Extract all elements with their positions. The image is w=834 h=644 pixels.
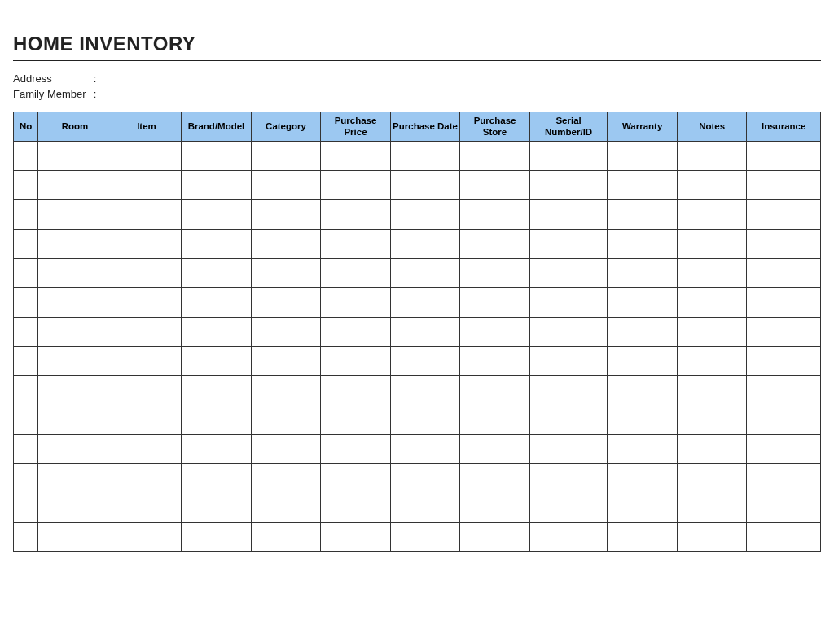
- cell-warranty: [608, 200, 678, 230]
- cell-insurance: [747, 435, 821, 464]
- title-rule: [13, 60, 821, 61]
- cell-price: [321, 493, 391, 523]
- cell-category: [251, 171, 321, 200]
- cell-notes: [677, 142, 747, 171]
- cell-category: [251, 230, 321, 259]
- cell-brand: [182, 142, 252, 171]
- page-title: HOME INVENTORY: [13, 33, 821, 55]
- cell-room: [38, 200, 112, 230]
- cell-no: [14, 405, 38, 435]
- cell-insurance: [747, 464, 821, 493]
- cell-store: [460, 347, 530, 376]
- cell-date: [390, 171, 460, 200]
- cell-insurance: [747, 230, 821, 259]
- cell-price: [321, 347, 391, 376]
- cell-store: [460, 318, 530, 347]
- cell-price: [321, 435, 391, 464]
- cell-notes: [677, 171, 747, 200]
- meta-address: Address :: [13, 72, 821, 85]
- cell-serial: [529, 376, 608, 405]
- table-row: [14, 288, 821, 318]
- cell-category: [251, 376, 321, 405]
- cell-date: [390, 464, 460, 493]
- cell-store: [460, 230, 530, 259]
- cell-serial: [529, 435, 608, 464]
- header-no: No: [14, 112, 38, 142]
- cell-notes: [677, 230, 747, 259]
- cell-warranty: [608, 405, 678, 435]
- cell-no: [14, 523, 38, 552]
- cell-insurance: [747, 493, 821, 523]
- cell-room: [38, 493, 112, 523]
- cell-insurance: [747, 200, 821, 230]
- cell-room: [38, 171, 112, 200]
- cell-category: [251, 318, 321, 347]
- cell-notes: [677, 347, 747, 376]
- cell-room: [38, 288, 112, 318]
- address-colon: :: [94, 72, 97, 85]
- cell-category: [251, 259, 321, 288]
- header-price: Purchase Price: [321, 112, 391, 142]
- cell-price: [321, 259, 391, 288]
- table-row: [14, 405, 821, 435]
- cell-store: [460, 493, 530, 523]
- table-row: [14, 259, 821, 288]
- cell-category: [251, 288, 321, 318]
- cell-item: [112, 405, 182, 435]
- cell-warranty: [608, 376, 678, 405]
- table-row: [14, 230, 821, 259]
- meta-block: Address : Family Member :: [13, 72, 821, 100]
- cell-notes: [677, 376, 747, 405]
- cell-notes: [677, 200, 747, 230]
- cell-item: [112, 347, 182, 376]
- cell-serial: [529, 493, 608, 523]
- cell-room: [38, 230, 112, 259]
- cell-date: [390, 259, 460, 288]
- cell-item: [112, 464, 182, 493]
- cell-room: [38, 318, 112, 347]
- cell-serial: [529, 259, 608, 288]
- cell-warranty: [608, 493, 678, 523]
- cell-no: [14, 171, 38, 200]
- cell-brand: [182, 171, 252, 200]
- cell-category: [251, 523, 321, 552]
- cell-item: [112, 142, 182, 171]
- cell-notes: [677, 405, 747, 435]
- cell-item: [112, 288, 182, 318]
- cell-insurance: [747, 523, 821, 552]
- cell-insurance: [747, 347, 821, 376]
- cell-room: [38, 259, 112, 288]
- cell-notes: [677, 464, 747, 493]
- table-row: [14, 464, 821, 493]
- cell-brand: [182, 376, 252, 405]
- table-header-row: No Room Item Brand/Model Category Purcha…: [14, 112, 821, 142]
- cell-no: [14, 435, 38, 464]
- cell-brand: [182, 435, 252, 464]
- cell-warranty: [608, 171, 678, 200]
- cell-notes: [677, 259, 747, 288]
- cell-date: [390, 493, 460, 523]
- cell-date: [390, 376, 460, 405]
- cell-brand: [182, 230, 252, 259]
- cell-no: [14, 464, 38, 493]
- cell-date: [390, 142, 460, 171]
- cell-brand: [182, 347, 252, 376]
- cell-warranty: [608, 230, 678, 259]
- cell-store: [460, 142, 530, 171]
- table-row: [14, 493, 821, 523]
- cell-room: [38, 347, 112, 376]
- header-brand: Brand/Model: [182, 112, 252, 142]
- cell-item: [112, 171, 182, 200]
- family-label: Family Member: [13, 88, 90, 100]
- cell-serial: [529, 523, 608, 552]
- cell-notes: [677, 288, 747, 318]
- cell-date: [390, 200, 460, 230]
- cell-room: [38, 523, 112, 552]
- cell-item: [112, 200, 182, 230]
- cell-category: [251, 493, 321, 523]
- cell-serial: [529, 142, 608, 171]
- cell-no: [14, 347, 38, 376]
- cell-brand: [182, 493, 252, 523]
- cell-no: [14, 200, 38, 230]
- header-room: Room: [38, 112, 112, 142]
